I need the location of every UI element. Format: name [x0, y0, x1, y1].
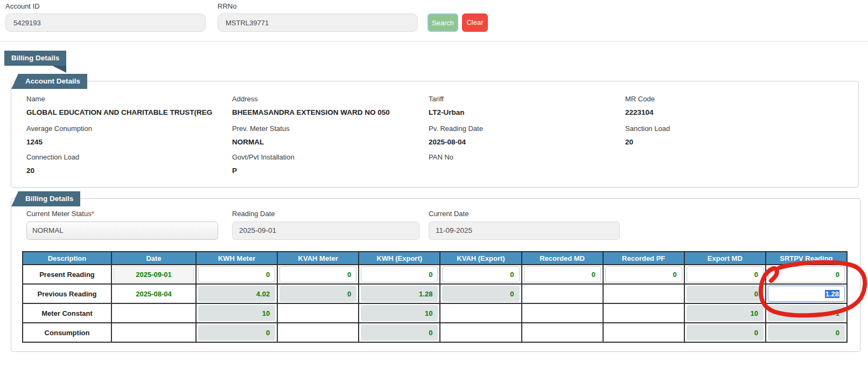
selected-text: 1.28	[825, 290, 839, 298]
previous-recorded-md-cell	[522, 284, 603, 303]
header-kvah-export: KVAH (Export)	[440, 252, 521, 265]
consumption-srtpv-field: 0	[768, 324, 845, 341]
billing-details-tab-label: Billing Details	[11, 54, 59, 62]
govt-pvt-installation-value: P	[232, 167, 237, 175]
previous-kvah-export-field: 0	[442, 286, 519, 302]
top-divider	[0, 41, 868, 41]
present-date-field: 2025-09-01	[114, 266, 194, 282]
table-row-present-reading: Present Reading 2025-09-01 0 0 0 0 0 0 0…	[23, 265, 847, 284]
table-header-row: Description Date KWH Meter KVAH Meter KW…	[23, 252, 847, 265]
previous-export-md-field: 0	[687, 286, 764, 302]
row-label: Meter Constant	[23, 303, 111, 323]
account-id-input[interactable]	[5, 13, 206, 32]
reading-date-label: Reading Date	[232, 210, 275, 218]
present-recorded-pf-input[interactable]: 0	[605, 266, 682, 282]
meter-constant-recorded-md-cell	[522, 303, 603, 323]
row-label: Previous Reading	[23, 284, 111, 303]
present-kvah-meter-input[interactable]: 0	[279, 266, 356, 282]
table-row-previous-reading: Previous Reading 2025-08-04 4.02 0 1.28 …	[23, 284, 847, 303]
present-recorded-md-input[interactable]: 0	[524, 266, 601, 282]
previous-srtpv-reading-input-focused[interactable]: 1.28	[768, 286, 845, 302]
present-srtpv-reading-input[interactable]: 0	[768, 266, 845, 282]
current-meter-status-label: Current Meter Status*	[26, 210, 94, 218]
header-srtpv-reading: SRTPV Reading	[766, 252, 847, 265]
connection-load-value: 20	[26, 167, 34, 175]
meter-readings-table: Description Date KWH Meter KVAH Meter KW…	[22, 251, 848, 343]
meter-constant-srtpv-field: 1	[768, 305, 845, 321]
current-date-label: Current Date	[429, 210, 468, 218]
pv-reading-date-value: 2025-08-04	[429, 138, 466, 146]
pan-no-label: PAN No	[429, 153, 453, 161]
clear-button[interactable]: Clear	[462, 13, 488, 32]
name-label: Name	[26, 95, 45, 103]
header-kwh-export: KWH (Export)	[359, 252, 440, 265]
consumption-kvah-export-cell	[440, 323, 521, 342]
current-meter-status-select[interactable]: NORMAL	[26, 221, 218, 240]
address-value: BHEEMASANDRA EXTENSION WARD NO 050	[232, 108, 390, 116]
meter-constant-export-md-field: 10	[687, 305, 764, 321]
connection-load-label: Connection Load	[26, 153, 79, 161]
tariff-value: LT2-Urban	[429, 108, 465, 116]
address-label: Address	[232, 95, 258, 103]
consumption-date-cell	[111, 323, 196, 342]
rrno-label: RRNo	[218, 2, 236, 10]
sanction-load-label: Sanction Load	[625, 124, 670, 133]
mr-code-value: 2223104	[625, 108, 654, 116]
billing-details-legend: Billing Details	[18, 191, 80, 206]
account-details-panel: Account Details Name GLOBAL EDUCATION AN…	[11, 81, 859, 188]
reading-date-input[interactable]: 2025-09-01	[232, 221, 419, 240]
prev-meter-status-label: Prev. Meter Status	[232, 124, 290, 133]
table-row-consumption: Consumption 0 0 0 0	[23, 323, 847, 342]
header-date: Date	[111, 252, 196, 265]
header-export-md: Export MD	[684, 252, 766, 265]
current-date-input[interactable]: 11-09-2025	[429, 221, 620, 240]
govt-pvt-installation-label: Govt/Pvt Installation	[232, 153, 295, 161]
billing-details-panel: Billing Details Current Meter Status* NO…	[11, 198, 860, 352]
present-kwh-meter-input[interactable]: 0	[198, 266, 275, 282]
consumption-kvah-cell	[277, 323, 359, 342]
previous-kwh-export-field: 1.28	[361, 286, 438, 302]
prev-meter-status-value: NORMAL	[232, 138, 264, 146]
header-recorded-md: Recorded MD	[522, 252, 603, 265]
present-kwh-export-input[interactable]: 0	[361, 266, 438, 282]
meter-constant-date-cell	[111, 303, 196, 323]
table-row-meter-constant: Meter Constant 10 10 10 1	[23, 303, 847, 323]
previous-recorded-pf-cell	[603, 284, 684, 303]
mr-code-label: MR Code	[625, 95, 655, 103]
account-details-legend: Account Details	[18, 74, 87, 89]
header-kwh-meter: KWH Meter	[196, 252, 277, 265]
consumption-kwh-export-field: 0	[361, 324, 438, 341]
consumption-export-md-field: 0	[687, 324, 764, 341]
header-kvah-meter: KVAH Meter	[277, 252, 359, 265]
present-kvah-export-input[interactable]: 0	[442, 266, 519, 282]
billing-details-tab[interactable]: Billing Details	[4, 51, 66, 66]
required-asterisk: *	[92, 210, 94, 218]
ribbon-fold-triangle	[52, 66, 66, 73]
rrno-input[interactable]	[218, 13, 418, 32]
sanction-load-value: 20	[625, 138, 633, 146]
average-consumption-value: 1245	[26, 138, 43, 146]
header-recorded-pf: Recorded PF	[603, 252, 684, 265]
meter-constant-kwh-export-field: 10	[361, 305, 438, 321]
meter-constant-recorded-pf-cell	[603, 303, 684, 323]
average-consumption-label: Average Conumption	[26, 124, 92, 133]
tariff-label: Tariff	[429, 95, 444, 103]
previous-kvah-meter-field: 0	[279, 286, 356, 302]
header-description: Description	[23, 252, 111, 265]
current-meter-status-label-text: Current Meter Status	[26, 210, 92, 218]
consumption-recorded-md-cell	[522, 323, 603, 342]
meter-constant-kvah-export-cell	[440, 303, 521, 323]
row-label: Consumption	[23, 323, 111, 342]
row-label: Present Reading	[23, 265, 111, 284]
present-export-md-input[interactable]: 0	[687, 266, 764, 282]
account-id-label: Account ID	[5, 2, 40, 10]
meter-constant-kwh-field: 10	[198, 305, 275, 321]
name-value: GLOBAL EDUCATION AND CHARITABLE TRUST(RE…	[26, 108, 212, 116]
pv-reading-date-label: Pv. Reading Date	[429, 124, 483, 133]
previous-kwh-meter-field: 4.02	[198, 286, 275, 302]
consumption-recorded-pf-cell	[603, 323, 684, 342]
previous-date-cell: 2025-08-04	[111, 284, 196, 303]
search-button[interactable]: Search	[428, 13, 458, 32]
consumption-kwh-field: 0	[198, 324, 275, 341]
meter-constant-kvah-cell	[277, 303, 359, 323]
